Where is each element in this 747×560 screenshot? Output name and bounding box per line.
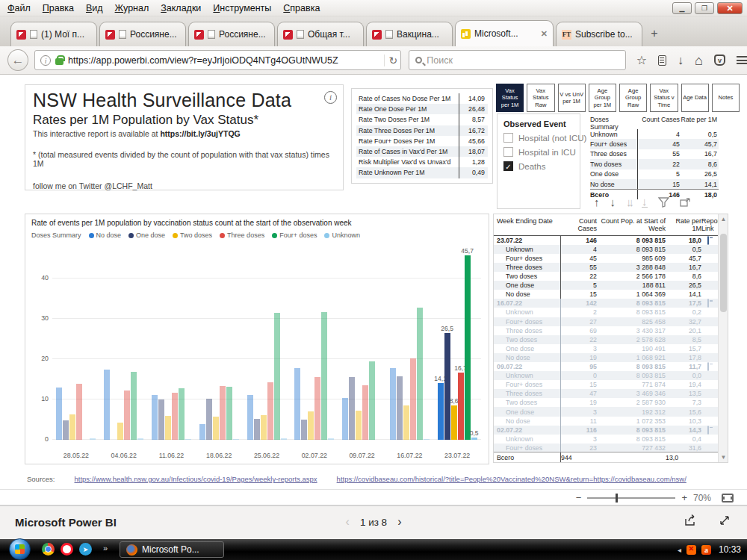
bar-two-doses[interactable] bbox=[308, 411, 314, 440]
bar-one-dose[interactable] bbox=[158, 399, 164, 440]
table-row[interactable]: No dose1514,1 bbox=[590, 179, 719, 189]
tray-icon-2[interactable]: a bbox=[701, 545, 711, 555]
browser-tab[interactable]: (1) Мої п... bbox=[10, 22, 97, 46]
report-link-icon[interactable] bbox=[707, 299, 709, 308]
bar-four-doses[interactable] bbox=[417, 308, 423, 440]
report-link-icon[interactable] bbox=[707, 236, 709, 245]
page-info-icon[interactable]: i bbox=[40, 55, 51, 66]
table-row[interactable]: Three doses5516,7 bbox=[590, 149, 719, 159]
bar-three-doses[interactable] bbox=[267, 382, 273, 440]
column-header[interactable]: Doses Summary bbox=[590, 116, 638, 131]
tray-expand-icon[interactable]: ◂ bbox=[678, 546, 681, 554]
tab-v-vs-unv-per-1m[interactable]: V vs UnV per 1M bbox=[558, 84, 586, 112]
table-row[interactable]: Two doses192 587 9307,3 bbox=[494, 398, 728, 407]
table-row[interactable]: Four+ doses45985 60945,7 bbox=[494, 254, 728, 263]
bar-one-dose[interactable]: 26,5 bbox=[444, 333, 450, 440]
bar-two-doses[interactable] bbox=[261, 415, 267, 440]
week-group-row[interactable]: 09.07.22958 093 81511,7 bbox=[494, 362, 728, 371]
bar-four-doses[interactable]: 45,7 bbox=[465, 255, 471, 440]
table-row[interactable]: Two doses228,6 bbox=[590, 159, 719, 169]
bar-one-dose[interactable] bbox=[301, 420, 307, 440]
bar-four-doses[interactable] bbox=[131, 372, 137, 440]
tray-icon-1[interactable] bbox=[686, 545, 696, 555]
scroll-up-icon[interactable]: ▲ bbox=[720, 216, 727, 223]
bar-two-doses[interactable] bbox=[356, 411, 362, 440]
filter-icon[interactable] bbox=[658, 197, 669, 208]
table-row[interactable]: One dose3190 49115,7 bbox=[494, 344, 728, 353]
bar-three-doses[interactable] bbox=[76, 384, 82, 440]
reload-icon[interactable]: ↻ bbox=[384, 55, 398, 66]
table-row[interactable]: No dose191 068 92117,8 bbox=[494, 353, 728, 362]
legend-item[interactable]: Unknown bbox=[324, 231, 360, 239]
table-row[interactable]: Unknown38 093 8150,4 bbox=[494, 435, 728, 444]
tab-age-data[interactable]: Age Data bbox=[681, 84, 709, 112]
table-row[interactable]: One dose5188 81126,5 bbox=[494, 281, 728, 290]
tab-vax-status-per-1m[interactable]: Vax Status per 1M bbox=[496, 84, 524, 112]
home-icon[interactable]: ⌂ bbox=[695, 54, 703, 67]
legend-item[interactable]: No dose bbox=[89, 231, 122, 239]
table-row[interactable]: Two doses222 566 1788,6 bbox=[494, 272, 728, 281]
bar-two-doses[interactable] bbox=[117, 423, 123, 440]
share-icon[interactable] bbox=[684, 514, 698, 526]
bar-unknown[interactable] bbox=[424, 439, 430, 440]
table-row[interactable]: Rate Three Doses Per 1M16,72 bbox=[356, 125, 488, 136]
back-button[interactable]: ← bbox=[7, 49, 28, 71]
focus-mode-icon[interactable] bbox=[680, 198, 691, 207]
table-row[interactable]: Unknown48 093 8150,5 bbox=[494, 245, 728, 254]
download-icon[interactable]: ↓ bbox=[678, 55, 684, 66]
source-link[interactable]: https://covidbaseau.com/historical/?titl… bbox=[337, 475, 686, 483]
bar-three-doses[interactable] bbox=[410, 358, 416, 440]
bar-three-doses[interactable] bbox=[172, 393, 178, 440]
bar-unknown[interactable] bbox=[137, 438, 143, 440]
menu-hamburger-icon[interactable] bbox=[737, 56, 747, 64]
bar-one-dose[interactable] bbox=[254, 419, 260, 440]
bar-three-doses[interactable] bbox=[124, 391, 130, 440]
drill-down-icon[interactable]: ↓↓ bbox=[626, 196, 631, 208]
menu-item[interactable]: Инструменты bbox=[213, 3, 271, 13]
chrome-icon[interactable] bbox=[42, 543, 55, 556]
bar-two-doses[interactable] bbox=[403, 405, 409, 440]
bar-four-doses[interactable] bbox=[226, 387, 232, 440]
table-row[interactable]: Four+ doses15771 87419,4 bbox=[494, 380, 728, 389]
bar-one-dose[interactable] bbox=[397, 376, 403, 440]
table-row[interactable]: No dose111 072 35310,3 bbox=[494, 417, 728, 426]
table-row[interactable]: Unknown08 093 8150,0 bbox=[494, 371, 728, 380]
telegram-icon[interactable]: ➤ bbox=[79, 543, 92, 556]
legend-item[interactable]: One dose bbox=[128, 231, 165, 239]
checkbox-row[interactable]: Hospital (not ICU) bbox=[503, 133, 574, 143]
table-row[interactable]: Rate Four+ Doses Per 1M45,66 bbox=[356, 136, 488, 146]
bar-no-dose[interactable] bbox=[342, 398, 348, 440]
expand-next-level-icon[interactable]: ↓ bbox=[642, 196, 648, 208]
next-page-icon[interactable]: › bbox=[397, 515, 401, 529]
table-row[interactable]: Unknown40,5 bbox=[590, 129, 719, 139]
bar-one-dose[interactable] bbox=[63, 420, 69, 440]
availability-link[interactable]: https://bit.ly/3ujYTQG bbox=[160, 129, 240, 138]
bar-four-doses[interactable] bbox=[321, 312, 327, 440]
menu-item[interactable]: Закладки bbox=[161, 3, 201, 13]
bar-no-dose[interactable] bbox=[247, 395, 253, 440]
column-header[interactable]: Count Cases bbox=[638, 116, 680, 123]
table-row[interactable]: Rate Unknown Per 1M0,49 bbox=[356, 167, 488, 178]
quicklaunch-overflow-icon[interactable]: » bbox=[103, 544, 108, 553]
report-link-icon[interactable] bbox=[707, 426, 709, 435]
table-row[interactable]: Rate Two Doses Per 1M8,57 bbox=[356, 114, 488, 125]
bar-no-dose[interactable] bbox=[390, 368, 396, 440]
table-row[interactable]: Rate of Cases in Vax'd Per 1M18,07 bbox=[356, 146, 488, 157]
table-row[interactable]: Rate One Dose Per 1M26,48 bbox=[356, 104, 488, 114]
zoom-out-icon[interactable]: − bbox=[576, 492, 582, 503]
tab-vax-status-raw[interactable]: Vax Status Raw bbox=[527, 84, 554, 112]
bar-unknown[interactable] bbox=[90, 438, 96, 440]
week-group-row[interactable]: 02.07.221168 093 81514,3 bbox=[494, 426, 728, 435]
info-icon[interactable]: i bbox=[324, 91, 337, 104]
table-row[interactable]: No dose151 064 36914,1 bbox=[494, 290, 728, 299]
bar-unknown[interactable] bbox=[233, 439, 239, 440]
browser-tab[interactable]: Россияне... bbox=[188, 22, 275, 46]
bookmark-star-icon[interactable]: ☆ bbox=[636, 55, 647, 66]
source-link[interactable]: https://www.health.nsw.gov.au/Infectious… bbox=[75, 475, 317, 483]
column-header[interactable]: Rate per 1M bbox=[666, 217, 701, 233]
url-bar[interactable]: i https://app.powerbi.com/view?r=eyJrIjo… bbox=[34, 50, 401, 70]
checkbox[interactable] bbox=[503, 133, 513, 143]
sort-up-icon[interactable]: ↑ bbox=[594, 196, 600, 208]
table-row[interactable]: One dose526,5 bbox=[590, 169, 719, 179]
tab-age-group-raw[interactable]: Age Group Raw bbox=[619, 84, 647, 112]
